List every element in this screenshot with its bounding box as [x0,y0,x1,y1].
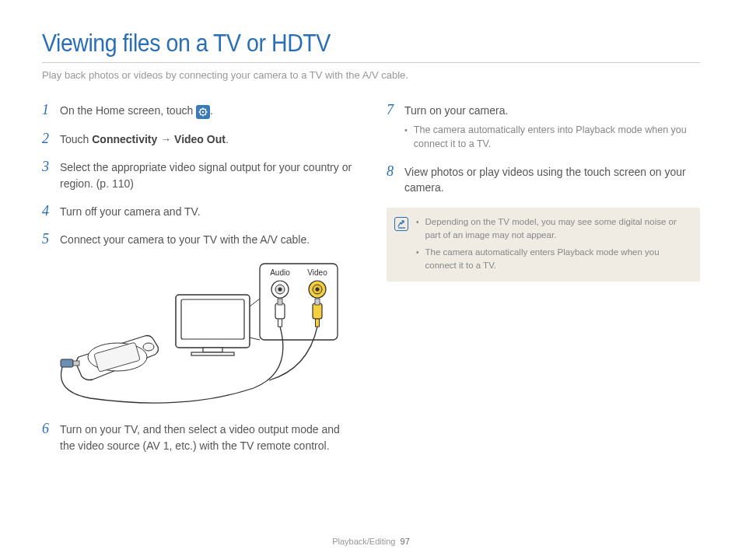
note-box: • Depending on the TV model, you may see… [387,208,700,282]
step-pre: Touch [60,133,92,145]
svg-rect-32 [61,359,73,367]
svg-rect-12 [203,348,222,352]
note-item: • Depending on the TV model, you may see… [416,215,691,243]
left-column: 1 On the Home screen, touch . 2 Touch Co… [42,103,355,466]
svg-line-8 [200,114,201,115]
svg-rect-25 [315,299,320,305]
step-4: 4 Turn off your camera and TV. [42,204,355,219]
note-text: Depending on the TV model, you may see s… [425,215,691,243]
svg-point-20 [316,288,320,292]
step-post: . [210,104,213,117]
svg-point-17 [278,288,282,292]
note-icon [394,217,408,231]
footer-section: Playback/Editing [332,537,395,546]
bullet-icon: • [404,123,408,151]
svg-rect-33 [73,361,79,366]
step-6: 6 Turn on your TV, and then select a vid… [42,422,355,453]
svg-line-9 [205,109,206,110]
bullet-icon: • [416,215,419,243]
note-item: • The camera automatically enters Playba… [416,246,691,273]
step-main: Turn on your camera. [404,103,700,118]
step-7: 7 Turn on your camera. • The camera auto… [387,103,700,152]
svg-rect-21 [275,303,285,319]
step-post: . [226,133,229,145]
bullet-icon: • [416,246,419,273]
svg-point-31 [143,343,154,351]
step-3: 3 Select the appropriate video signal ou… [42,159,355,191]
page-subtitle: Play back photos or videos by connecting… [42,69,700,81]
svg-rect-22 [278,299,282,305]
step-text: View photos or play videos using the tou… [404,164,700,196]
right-column: 7 Turn on your camera. • The camera auto… [387,103,700,466]
svg-rect-24 [313,303,322,319]
step-bold: Video Out [174,133,226,145]
step-text: Turn on your TV, and then select a video… [60,422,355,453]
note-list: • Depending on the TV model, you may see… [416,215,691,272]
step-pre: On the Home screen, touch [60,104,196,117]
step-number: 8 [387,164,397,196]
step-bold: Connectivity [92,133,157,145]
step-number: 7 [387,103,397,152]
page-footer: Playback/Editing 97 [0,537,742,546]
step-8: 8 View photos or play videos using the t… [387,164,700,196]
step-text: Turn on your camera. • The camera automa… [404,103,700,152]
page-title: Viewing files on a TV or HDTV [42,30,647,58]
connection-diagram: Audio Video [59,260,339,408]
svg-line-28 [250,338,260,340]
step-text: Connect your camera to your TV with the … [60,232,355,247]
step-text: On the Home screen, touch . [60,103,355,119]
svg-rect-23 [278,319,282,327]
svg-line-6 [200,109,201,110]
svg-line-7 [205,114,206,115]
step-number: 1 [42,103,53,119]
step-number: 6 [42,422,53,453]
step-number: 4 [42,204,53,219]
step-number: 2 [42,131,53,147]
step-text: Turn off your camera and TV. [60,204,355,219]
step-2: 2 Touch Connectivity → Video Out. [42,131,355,147]
audio-label: Audio [270,268,290,277]
video-label: Video [307,268,327,277]
step-5: 5 Connect your camera to your TV with th… [42,232,355,247]
content-columns: 1 On the Home screen, touch . 2 Touch Co… [42,103,700,466]
footer-page: 97 [401,537,410,546]
bullet-text: The camera automatically enters into Pla… [414,123,700,151]
step-arrow: → [157,133,174,145]
step-sub-bullet: • The camera automatically enters into P… [404,123,700,151]
svg-line-27 [250,299,260,306]
settings-icon [196,105,210,119]
svg-point-1 [202,111,205,114]
step-number: 3 [42,159,53,191]
step-number: 5 [42,232,53,247]
step-text: Touch Connectivity → Video Out. [60,131,355,147]
note-text: The camera automatically enters Playback… [425,246,691,273]
title-rule [42,62,700,63]
svg-rect-11 [181,299,244,339]
step-1: 1 On the Home screen, touch . [42,103,355,119]
step-text: Select the appropriate video signal outp… [60,159,355,191]
svg-rect-13 [191,352,234,355]
svg-rect-26 [316,319,320,327]
